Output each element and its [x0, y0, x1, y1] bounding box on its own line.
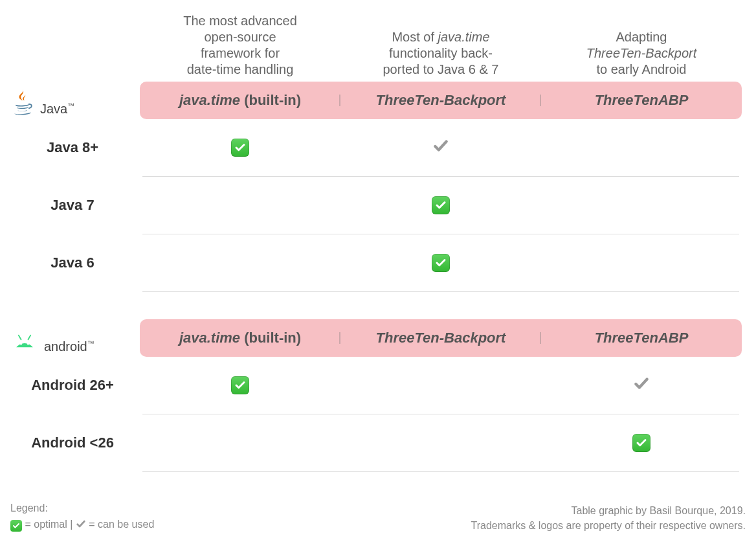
- svg-point-0: [20, 343, 23, 345]
- row-label: Android <26: [10, 435, 140, 451]
- header-bar-android: java.time (built-in) ThreeTen-Backport T…: [140, 319, 742, 357]
- desc-col2: Most of java.time functionality back- po…: [340, 29, 541, 78]
- cell: [340, 253, 541, 273]
- checkmark-icon: [432, 137, 449, 154]
- cell: [541, 375, 742, 396]
- svg-line-3: [28, 335, 31, 339]
- cell: [340, 137, 541, 159]
- table-row: Java 8+: [10, 119, 742, 176]
- credits: Table graphic by Basil Bourque, 2019. Tr…: [471, 503, 746, 533]
- section-java: Java™ java.time (built-in) ThreeTen-Back…: [10, 82, 746, 292]
- header-col2: ThreeTen-Backport: [340, 330, 541, 346]
- row-separator: [142, 234, 739, 234]
- check-icon: [432, 254, 450, 272]
- row-label: Java 6: [10, 254, 140, 271]
- header-col2: ThreeTen-Backport: [340, 92, 541, 109]
- desc-col1: The most advanced open-source framework …: [140, 13, 340, 78]
- java-label: Java™: [40, 102, 74, 117]
- svg-line-2: [19, 335, 21, 339]
- android-logo-icon: [10, 328, 39, 354]
- row-label: Java 7: [10, 197, 140, 214]
- legend: Legend: = optimal | = can be used: [10, 501, 154, 533]
- header-col1: java.time (built-in): [140, 92, 340, 109]
- check-icon: [10, 520, 22, 532]
- cell: [140, 138, 340, 158]
- check-icon: [231, 139, 249, 157]
- platform-android: android™: [10, 319, 140, 357]
- row-separator: [142, 471, 739, 472]
- android-label: android™: [44, 339, 94, 354]
- column-descriptions: The most advanced open-source framework …: [10, 13, 746, 78]
- row-label: Java 8+: [10, 139, 140, 156]
- row-separator: [142, 176, 739, 177]
- header-col3: ThreeTenABP: [541, 330, 742, 346]
- row-label: Android 26+: [10, 377, 140, 394]
- row-separator: [142, 414, 739, 414]
- table-row: Android 26+: [10, 357, 742, 414]
- java-logo-icon: [10, 88, 35, 117]
- checkmark-icon: [633, 375, 650, 392]
- table-row: Android <26: [10, 414, 742, 471]
- check-icon: [432, 196, 450, 214]
- checkmark-icon: [76, 519, 86, 529]
- header-col1: java.time (built-in): [140, 330, 340, 346]
- check-icon: [632, 434, 650, 452]
- android-rows: Android 26+Android <26: [10, 357, 742, 472]
- svg-point-1: [27, 343, 30, 345]
- table-row: Java 7: [10, 177, 742, 234]
- footer: Legend: = optimal | = can be used Table …: [10, 501, 746, 533]
- section-android: android™ java.time (built-in) ThreeTen-B…: [10, 319, 746, 472]
- platform-java: Java™: [10, 82, 140, 119]
- header-col3: ThreeTenABP: [541, 92, 742, 109]
- cell: [541, 433, 742, 453]
- check-icon: [231, 376, 249, 394]
- java-rows: Java 8+Java 7Java 6: [10, 119, 742, 292]
- cell: [140, 376, 340, 396]
- header-bar-java: java.time (built-in) ThreeTen-Backport T…: [140, 82, 742, 119]
- cell: [340, 196, 541, 216]
- table-row: Java 6: [10, 234, 742, 291]
- row-separator: [142, 291, 739, 292]
- comparison-table: The most advanced open-source framework …: [0, 0, 756, 542]
- desc-col3: Adapting ThreeTen-Backport to early Andr…: [541, 29, 742, 78]
